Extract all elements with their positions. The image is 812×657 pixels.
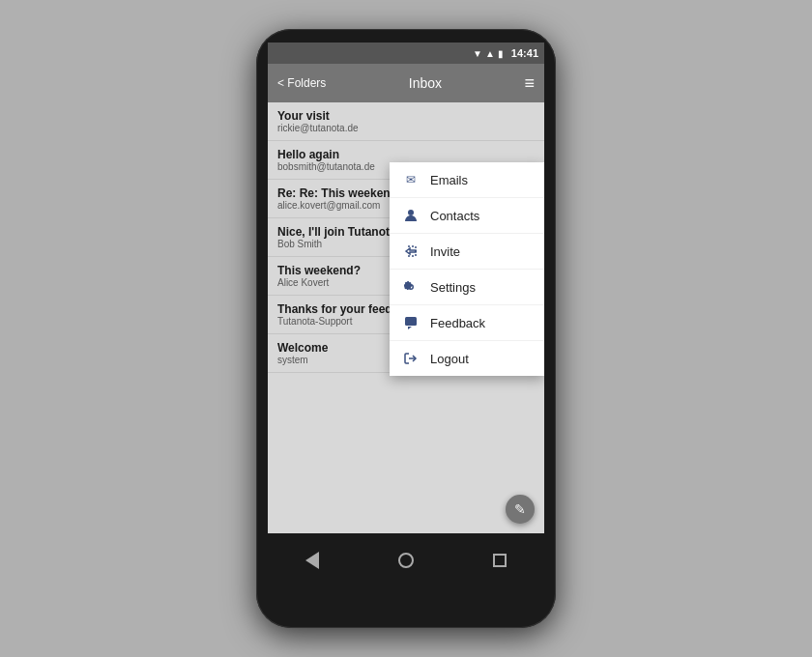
back-nav-icon bbox=[305, 552, 319, 569]
logout-menu-icon bbox=[403, 351, 419, 366]
recents-nav-icon bbox=[493, 554, 507, 567]
menu-item-feedback[interactable]: Feedback bbox=[390, 305, 544, 341]
home-nav-button[interactable] bbox=[387, 541, 425, 580]
menu-label-emails: Emails bbox=[430, 173, 468, 187]
menu-label-invite: Invite bbox=[430, 244, 460, 259]
menu-item-emails[interactable]: ✉ Emails bbox=[390, 162, 544, 198]
menu-item-logout[interactable]: Logout bbox=[390, 341, 544, 376]
compose-icon: ✎ bbox=[514, 501, 526, 517]
menu-item-settings[interactable]: Settings bbox=[390, 270, 544, 305]
settings-menu-icon bbox=[403, 279, 419, 295]
menu-label-settings: Settings bbox=[430, 280, 476, 295]
email-subject: Your visit bbox=[277, 109, 451, 123]
back-button[interactable]: < Folders bbox=[277, 76, 326, 90]
menu-button[interactable]: ≡ bbox=[524, 74, 535, 92]
svg-point-0 bbox=[408, 210, 414, 215]
email-subject: Welcome bbox=[277, 341, 328, 355]
email-sender: system bbox=[277, 355, 308, 365]
battery-icon: ▮ bbox=[498, 48, 504, 59]
phone-screen: ▼ ▲ ▮ 14:41 < Folders Inbox ≡ Your visit… bbox=[268, 43, 544, 533]
back-nav-button[interactable] bbox=[293, 541, 332, 580]
email-item[interactable]: Your visit rickie@tutanota.de bbox=[268, 102, 544, 141]
signal-icon: ▼ bbox=[473, 48, 482, 59]
email-list: Your visit rickie@tutanota.de Hello agai… bbox=[268, 102, 544, 533]
menu-label-contacts: Contacts bbox=[430, 209, 479, 223]
menu-item-contacts[interactable]: Contacts bbox=[390, 198, 544, 234]
phone-device: ▼ ▲ ▮ 14:41 < Folders Inbox ≡ Your visit… bbox=[256, 29, 556, 628]
status-icons: ▼ ▲ ▮ bbox=[473, 48, 504, 59]
inbox-title: Inbox bbox=[326, 75, 524, 91]
compose-fab[interactable]: ✎ bbox=[506, 495, 535, 524]
menu-label-logout: Logout bbox=[430, 352, 469, 366]
status-time: 14:41 bbox=[511, 47, 538, 59]
wifi-icon: ▲ bbox=[485, 48, 495, 59]
back-label: < Folders bbox=[277, 76, 326, 90]
app-bar: < Folders Inbox ≡ bbox=[268, 64, 544, 102]
email-sender: Tutanota-Support bbox=[277, 316, 352, 327]
menu-item-invite[interactable]: Invite bbox=[390, 234, 544, 270]
contacts-menu-icon bbox=[403, 208, 419, 223]
menu-label-feedback: Feedback bbox=[430, 316, 485, 330]
email-menu-icon: ✉ bbox=[403, 172, 419, 187]
svg-rect-1 bbox=[405, 317, 417, 326]
dropdown-menu: ✉ Emails Contacts bbox=[390, 162, 544, 376]
invite-menu-icon bbox=[403, 243, 419, 259]
feedback-menu-icon bbox=[403, 315, 419, 330]
nav-bar bbox=[266, 537, 546, 584]
email-subject: Hello again bbox=[277, 148, 451, 161]
recents-nav-button[interactable] bbox=[480, 541, 519, 580]
menu-icon: ≡ bbox=[524, 73, 535, 93]
status-bar: ▼ ▲ ▮ 14:41 bbox=[268, 43, 544, 64]
email-sender: rickie@tutanota.de bbox=[277, 123, 535, 133]
home-nav-icon bbox=[398, 553, 414, 568]
